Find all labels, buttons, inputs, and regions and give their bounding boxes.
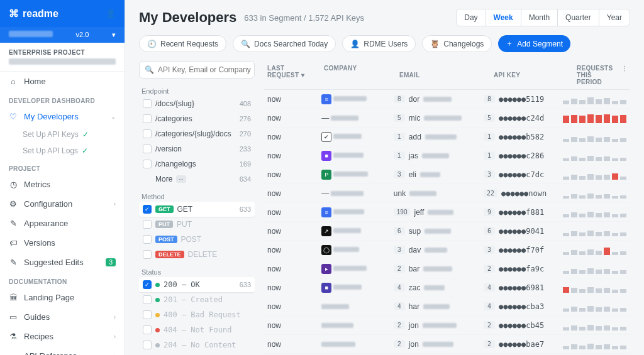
table-row[interactable]: now P 3eli 3●●●●●●c7dc	[264, 165, 630, 184]
checkbox[interactable]	[143, 325, 152, 334]
col-email[interactable]: EMAIL	[396, 65, 490, 85]
time-quarter[interactable]: Quarter	[558, 9, 599, 26]
heart-icon: ♡	[9, 112, 18, 121]
version-bar[interactable]: v2.0 ▾	[0, 27, 125, 43]
filter-row[interactable]: 404 – Not Found	[139, 322, 255, 337]
chip-rdme-users[interactable]: 👤RDME Users	[342, 35, 416, 52]
email-count: 1	[394, 133, 405, 141]
checkbox[interactable]	[143, 250, 152, 259]
nav-configuration[interactable]: ⚙Configuration›	[0, 194, 125, 214]
cell-apikey: 8●●●●●●5119	[480, 95, 559, 104]
section-project: PROJECT	[0, 159, 125, 175]
nav-guides[interactable]: ▭Guides›	[0, 307, 125, 327]
checkbox[interactable]: ✓	[143, 205, 152, 214]
table-row[interactable]: now 4har 4●●●●●●cba3	[264, 297, 630, 316]
filter-row[interactable]: More ···634	[139, 172, 255, 187]
nav-api-reference[interactable]: ‹›API Reference›	[0, 346, 125, 355]
clock-icon: ◷	[9, 180, 18, 189]
project-block[interactable]: ENTERPRISE PROJECT	[0, 43, 125, 72]
table-row[interactable]: now 2jon 2●●●●●●cb45	[264, 316, 630, 335]
col-last[interactable]: LAST REQUEST ▾	[264, 65, 320, 85]
table-row[interactable]: now — 5mic 5●●●●●●c24d	[264, 109, 630, 128]
sparkline	[563, 302, 626, 312]
filter-row[interactable]: 204 – No Content	[139, 337, 255, 352]
company-icon: ▸	[321, 264, 331, 274]
table-row[interactable]: now ◯ 3dav 3●●●●●●f70f	[264, 241, 630, 259]
table-row[interactable]: now ≡ 8dor 8●●●●●●5119	[264, 90, 630, 109]
time-day[interactable]: Day	[457, 9, 486, 26]
table-row[interactable]: now ▸ 2bar 2●●●●●●fa9c	[264, 259, 630, 278]
nav-metrics[interactable]: ◷Metrics	[0, 175, 125, 194]
filter-row[interactable]: PUTPUT	[139, 217, 255, 232]
checkbox[interactable]: ✓	[143, 280, 152, 289]
nav-appearance[interactable]: ✎Appearance	[0, 214, 125, 233]
time-year[interactable]: Year	[599, 9, 630, 26]
cell-last: now	[264, 265, 318, 273]
filter-row[interactable]: /docs/{slug}408	[139, 96, 255, 111]
table-row[interactable]: now ↗ 6sup 6●●●●●●9041	[264, 222, 630, 241]
chevron-down-icon: ⌄	[111, 113, 116, 120]
col-key[interactable]: API KEY	[490, 65, 573, 85]
filter-row[interactable]: 201 – Created	[139, 292, 255, 307]
chip-icon: 🦉	[430, 40, 440, 48]
search-input[interactable]	[158, 65, 252, 74]
filter-row[interactable]: /changelogs169	[139, 156, 255, 172]
table-row[interactable]: now — unk 22●●●●●●nown	[264, 184, 630, 203]
col-requests[interactable]: REQUESTS THIS PERIOD	[573, 65, 618, 85]
time-week[interactable]: Week	[486, 9, 521, 26]
col-company[interactable]: COMPANY	[320, 65, 396, 85]
cell-requests	[559, 207, 630, 217]
checkbox[interactable]	[143, 160, 152, 168]
chip-docs-searched-today[interactable]: 🔍Docs Searched Today	[233, 35, 336, 52]
nav-recipes[interactable]: ⚗Recipes›	[0, 327, 125, 346]
nav-versions[interactable]: 🏷Versions	[0, 233, 125, 253]
search-box[interactable]: 🔍	[139, 61, 255, 79]
cell-requests	[559, 339, 630, 349]
sparkline	[563, 132, 626, 142]
nav-home[interactable]: ⌂Home	[0, 72, 125, 91]
user-icon[interactable]: 👤	[106, 9, 116, 18]
checkbox[interactable]	[143, 129, 152, 138]
nav-sub-api-keys[interactable]: Set Up API Keys✓	[0, 126, 125, 143]
table-row[interactable]: now 2jon 2●●●●●●bae7	[264, 335, 630, 354]
cell-company: P	[318, 170, 390, 180]
nav-suggested-edits[interactable]: ✎Suggested Edits3	[0, 253, 125, 272]
filter-row[interactable]: /categories/{slug}/docs270	[139, 126, 255, 141]
checkbox[interactable]	[143, 145, 152, 153]
checkbox[interactable]	[143, 310, 152, 319]
nav-my-developers[interactable]: ♡My Developers⌄	[0, 107, 125, 126]
table-row[interactable]: now ≡ 190jeff 9●●●●●●f881	[264, 203, 630, 222]
filter-row[interactable]: /categories276	[139, 111, 255, 126]
filter-row[interactable]: ✓200 – OK633	[139, 277, 255, 292]
table-row[interactable]: now ✔ 1add 1●●●●●●b582	[264, 128, 630, 146]
email-count: 1	[394, 151, 405, 160]
chip-changelogs[interactable]: 🦉Changelogs	[422, 35, 492, 52]
cell-apikey: 6●●●●●●9041	[480, 227, 559, 236]
table-row[interactable]: now ■ 1jas 1●●●●●●c286	[264, 146, 630, 165]
email-count: 5	[394, 114, 405, 122]
nav-landing[interactable]: 🏛Landing Page	[0, 288, 125, 307]
checkbox[interactable]	[143, 341, 152, 349]
checkbox[interactable]	[143, 295, 152, 304]
nav-home-label: Home	[24, 77, 46, 86]
filter-row[interactable]: More ···	[139, 352, 255, 355]
nav-sub-api-logs[interactable]: Set Up API Logs✓	[0, 143, 125, 159]
company-icon: ◯	[321, 245, 331, 255]
filter-row[interactable]: POSTPOST	[139, 232, 255, 247]
sparkline	[563, 170, 626, 180]
filter-row[interactable]: DELETEDELETE	[139, 247, 255, 262]
col-menu[interactable]: ⋮	[618, 65, 630, 85]
email-count: 190	[394, 208, 411, 216]
checkbox[interactable]	[143, 220, 152, 229]
email-count: 4	[394, 283, 405, 292]
table-row[interactable]: now ■ 4zac 4●●●●●●6981	[264, 278, 630, 297]
filter-row[interactable]: ✓GETGET633	[139, 202, 255, 217]
add-segment-button[interactable]: ＋Add Segment	[498, 35, 570, 52]
filter-row[interactable]: 400 – Bad Request	[139, 307, 255, 322]
chip-recent-requests[interactable]: 🕘Recent Requests	[139, 35, 226, 52]
checkbox[interactable]	[143, 114, 152, 123]
time-month[interactable]: Month	[521, 9, 558, 26]
checkbox[interactable]	[143, 99, 152, 108]
filter-row[interactable]: /version233	[139, 141, 255, 156]
checkbox[interactable]	[143, 235, 152, 244]
